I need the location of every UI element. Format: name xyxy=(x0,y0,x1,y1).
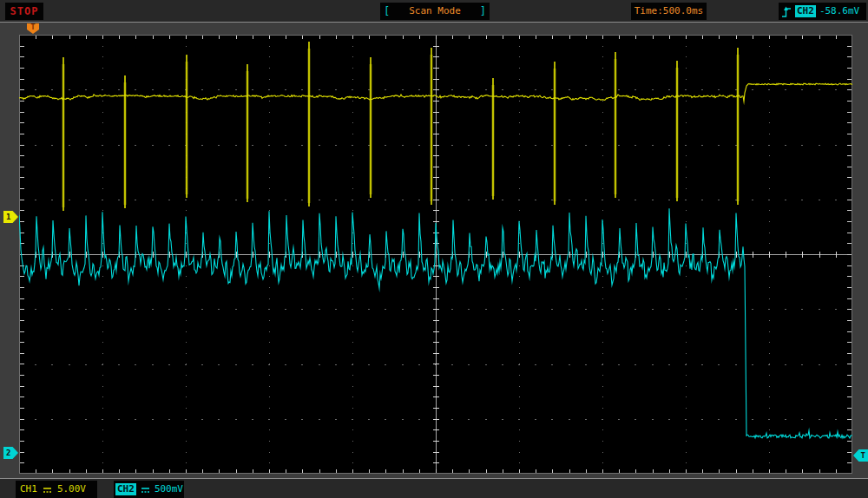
waveform-display-canvas xyxy=(19,35,852,474)
top-status-bar: STOP [ Scan Mode ] Time:500.0ms CH2 -58.… xyxy=(0,0,868,23)
run-state-indicator: STOP xyxy=(5,3,43,20)
run-state-label: STOP xyxy=(10,3,39,20)
trigger-source-badge: CH2 xyxy=(795,5,816,17)
trigger-level-marker[interactable]: T xyxy=(853,449,868,462)
oscilloscope-screen: STOP [ Scan Mode ] Time:500.0ms CH2 -58.… xyxy=(0,0,868,498)
mode-label: Scan Mode xyxy=(409,3,461,20)
ch1-readout: CH1 5.00V xyxy=(16,481,97,498)
ch1-ground-marker[interactable]: 1 xyxy=(3,211,18,223)
mode-bracket-right: ] xyxy=(480,3,486,20)
trigger-position-marker-label: T xyxy=(30,23,35,31)
mode-bracket-left: [ xyxy=(384,3,390,20)
trigger-position-marker[interactable]: T xyxy=(27,23,39,34)
bottom-channel-bar: CH1 5.00V CH2 500mV xyxy=(0,478,868,498)
ch1-label: CH1 xyxy=(20,481,37,498)
timebase-readout: Time:500.0ms xyxy=(631,3,707,20)
ch2-ground-marker-label: 2 xyxy=(6,449,10,457)
trigger-readout: CH2 -58.6mV xyxy=(779,3,866,20)
acquisition-mode-indicator: [ Scan Mode ] xyxy=(380,3,490,20)
timebase-label: Time:500.0ms xyxy=(635,3,703,20)
trigger-rising-edge-icon xyxy=(781,5,792,18)
ch2-label-badge: CH2 xyxy=(115,483,136,495)
ch2-scale-readout: 500mV xyxy=(155,481,183,498)
ch1-dc-coupling-icon xyxy=(43,486,52,494)
ch1-scale-readout: 5.00V xyxy=(57,481,86,498)
ch1-ground-marker-label: 1 xyxy=(6,213,10,221)
trigger-level-marker-label: T xyxy=(861,451,865,460)
trigger-level-readout: -58.6mV xyxy=(819,3,859,20)
ch2-readout: CH2 500mV xyxy=(114,481,184,498)
ch2-ground-marker[interactable]: 2 xyxy=(3,447,18,459)
ch2-dc-coupling-icon xyxy=(141,486,150,494)
